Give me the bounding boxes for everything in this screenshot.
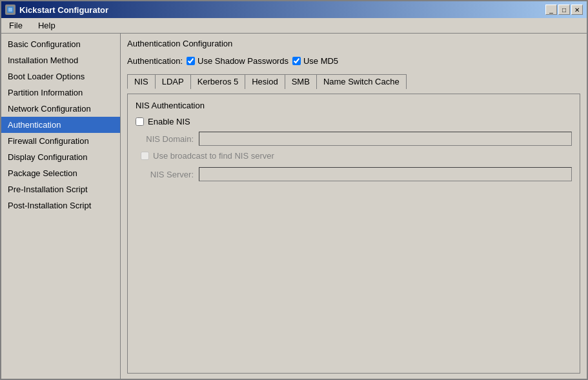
enable-nis-row: Enable NIS — [136, 117, 572, 126]
title-bar-left: Kickstart Configurator — [5, 5, 108, 15]
enable-nis-checkbox[interactable] — [136, 117, 144, 126]
svg-rect-1 — [8, 8, 12, 12]
menu-help[interactable]: Help — [33, 19, 61, 32]
md5-label: Use MD5 — [303, 56, 338, 66]
nis-server-input[interactable] — [199, 167, 572, 181]
sidebar-item-display-configuration[interactable]: Display Configuration — [1, 149, 120, 165]
sidebar-item-basic-configuration[interactable]: Basic Configuration — [1, 36, 120, 52]
sidebar-item-network-configuration[interactable]: Network Configuration — [1, 101, 120, 117]
sidebar-item-package-selection[interactable]: Package Selection — [1, 165, 120, 181]
app-icon — [5, 5, 15, 15]
shadow-passwords-checkbox-label[interactable]: Use Shadow Passwords — [187, 56, 289, 66]
sidebar-item-boot-loader-options[interactable]: Boot Loader Options — [1, 68, 120, 85]
tab-name-switch-cache[interactable]: Name Switch Cache — [317, 74, 407, 89]
md5-checkbox-label[interactable]: Use MD5 — [292, 56, 338, 66]
sidebar: Basic Configuration Installation Method … — [1, 34, 121, 379]
menu-file[interactable]: File — [4, 19, 28, 32]
sidebar-item-partition-information[interactable]: Partition Information — [1, 85, 120, 101]
enable-nis-label: Enable NIS — [148, 117, 190, 126]
nis-group: NIS Authentication Enable NIS NIS Domain… — [136, 101, 572, 186]
section-title: Authentication Configuration — [127, 39, 580, 48]
nis-domain-row: NIS Domain: — [136, 132, 572, 146]
minimize-button[interactable]: _ — [545, 5, 557, 15]
shadow-passwords-checkbox[interactable] — [187, 57, 195, 65]
tab-ldap[interactable]: LDAP — [156, 74, 191, 89]
sidebar-item-firewall-configuration[interactable]: Firewall Configuration — [1, 133, 120, 149]
window-title: Kickstart Configurator — [19, 5, 108, 15]
auth-label: Authentication: — [127, 56, 183, 66]
broadcast-checkbox[interactable] — [141, 152, 149, 160]
menu-bar: File Help — [1, 18, 587, 34]
nis-domain-input[interactable] — [199, 132, 572, 146]
nis-server-row: NIS Server: — [136, 167, 572, 181]
close-button[interactable]: ✕ — [571, 5, 583, 15]
main-content: Basic Configuration Installation Method … — [1, 34, 587, 379]
nis-domain-label: NIS Domain: — [136, 134, 194, 144]
nis-panel: NIS Authentication Enable NIS NIS Domain… — [127, 94, 580, 374]
tab-kerberos5[interactable]: Kerberos 5 — [191, 74, 246, 89]
maximize-button[interactable]: □ — [558, 5, 570, 15]
window-controls: _ □ ✕ — [545, 5, 583, 15]
title-bar: Kickstart Configurator _ □ ✕ — [1, 1, 587, 18]
nis-group-legend: NIS Authentication — [136, 101, 572, 110]
shadow-passwords-label: Use Shadow Passwords — [198, 56, 289, 66]
tab-hesiod[interactable]: Hesiod — [245, 74, 285, 89]
broadcast-label: Use broadcast to find NIS server — [153, 151, 274, 161]
md5-checkbox[interactable] — [292, 57, 301, 65]
nis-server-label: NIS Server: — [136, 170, 194, 179]
sidebar-item-post-installation-script[interactable]: Post-Installation Script — [1, 197, 120, 214]
tab-nis[interactable]: NIS — [127, 74, 156, 89]
main-window: Kickstart Configurator _ □ ✕ File Help B… — [0, 0, 588, 380]
auth-options-row: Authentication: Use Shadow Passwords Use… — [127, 56, 580, 66]
sidebar-item-authentication[interactable]: Authentication — [1, 117, 120, 133]
sidebar-item-pre-installation-script[interactable]: Pre-Installation Script — [1, 181, 120, 197]
broadcast-row: Use broadcast to find NIS server — [141, 151, 572, 161]
tab-smb[interactable]: SMB — [285, 74, 317, 89]
content-area: Authentication Configuration Authenticat… — [121, 34, 587, 379]
sidebar-item-installation-method[interactable]: Installation Method — [1, 52, 120, 68]
tab-bar: NIS LDAP Kerberos 5 Hesiod SMB Name Swit… — [127, 74, 580, 88]
